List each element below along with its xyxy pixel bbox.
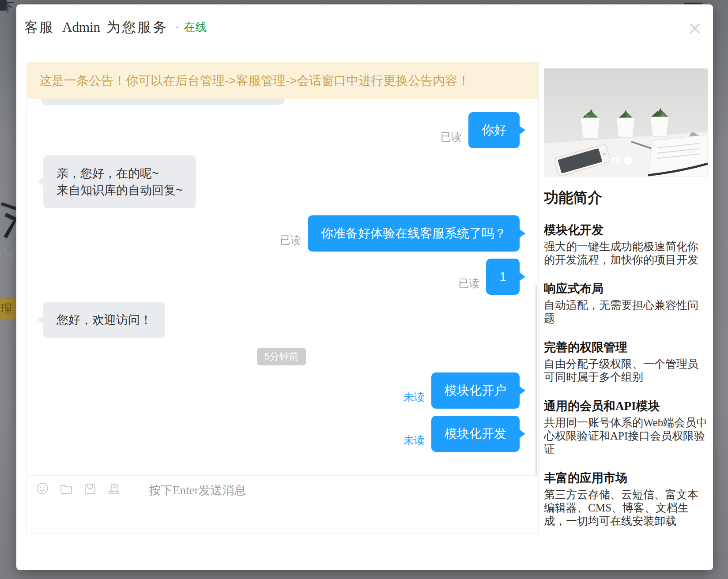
feature-desc: 自由分配子级权限、一个管理员可同时属于多个组别 xyxy=(544,357,708,384)
timestamp-badge: 5分钟前 xyxy=(257,348,306,365)
folder-icon[interactable] xyxy=(60,482,73,495)
separator-dot: · xyxy=(175,22,178,33)
announcement-text: 这是一条公告！你可以在后台管理->客服管理->会话窗口中进行更换公告内容！ xyxy=(39,72,470,89)
feature-title: 丰富的应用市场 xyxy=(544,470,708,486)
outgoing-bubble: 你准备好体验在线客服系统了吗？ xyxy=(308,215,520,252)
read-status: 已读 xyxy=(441,130,462,144)
feature-title: 响应式布局 xyxy=(544,281,708,297)
message-row: 已读 1 xyxy=(43,259,520,295)
agent-name: Admin xyxy=(62,19,100,35)
emoji-icon[interactable] xyxy=(36,482,49,495)
close-icon[interactable]: × xyxy=(688,17,702,40)
outgoing-bubble: 模块化开发 xyxy=(431,416,520,452)
dialog-header: 客服 Admin 为您服务 · 在线 xyxy=(16,4,713,50)
read-status: 已读 xyxy=(458,276,479,290)
carousel-dots xyxy=(612,156,637,165)
feature-item: 通用的会员和API模块 共用同一账号体系的Web端会员中心权限验证和API接口会… xyxy=(544,398,708,456)
carousel-dot[interactable] xyxy=(612,157,619,164)
feature-item: 丰富的应用市场 第三方云存储、云短信、富文本编辑器、CMS、博客、文档生成，一切… xyxy=(544,470,708,528)
feature-desc: 第三方云存储、云短信、富文本编辑器、CMS、博客、文档生成，一切均可在线安装卸载 xyxy=(544,488,708,528)
feature-title: 完善的权限管理 xyxy=(544,339,708,355)
outgoing-bubble: 模块化开户 xyxy=(431,372,520,409)
carousel-dot-active[interactable] xyxy=(624,156,633,165)
unread-status: 未读 xyxy=(404,433,425,447)
incoming-bubble: 您好，欢迎访问！ xyxy=(43,302,165,338)
incoming-bubble: 亲，您好，在的呢~ 来自知识库的自动回复~ xyxy=(43,155,196,208)
sidebar-heading: 功能简介 xyxy=(544,188,708,208)
message-row: 未读 模块化开户 xyxy=(43,372,520,409)
service-suffix: 为您服务 xyxy=(106,18,168,37)
bag-icon[interactable] xyxy=(83,482,97,495)
online-status-badge: 在线 xyxy=(184,19,207,35)
feature-item: 完善的权限管理 自由分配子级权限、一个管理员可同时属于多个组别 xyxy=(544,339,708,384)
feature-desc: 共用同一账号体系的Web端会员中心权限验证和API接口会员权限验证 xyxy=(544,416,708,456)
outgoing-bubble: 1 xyxy=(486,259,520,295)
dialog-body: 这是一条公告！你可以在后台管理->客服管理->会话窗口中进行更换公告内容！ 已读… xyxy=(26,62,713,570)
message-row: 已读 你准备好体验在线客服系统了吗？ xyxy=(43,215,520,252)
customer-service-dialog: 客服 Admin 为您服务 · 在线 × 这是一条公告！你可以在后台管理->客服… xyxy=(16,4,713,570)
read-status: 已读 xyxy=(280,233,301,247)
time-divider-row: 5分钟前 xyxy=(43,348,520,365)
message-row: 亲，您好，在的呢~ 来自知识库的自动回复~ xyxy=(43,155,520,208)
feature-desc: 自动适配，无需要担心兼容性问题 xyxy=(544,299,708,325)
chat-panel: 这是一条公告！你可以在后台管理->客服管理->会话窗口中进行更换公告内容！ 已读… xyxy=(26,62,539,534)
message-row: 未读 模块化开发 xyxy=(43,416,520,452)
scrolled-message-fragment xyxy=(41,99,285,105)
service-label: 客服 xyxy=(24,18,54,37)
unread-status: 未读 xyxy=(404,390,425,404)
background-text-fragment: 下 xyxy=(2,0,14,15)
background-text-fragment: +W xyxy=(0,246,16,261)
message-row: 您好，欢迎访问！ xyxy=(43,302,520,338)
info-sidebar: 功能简介 模块化开发 强大的一键生成功能极速简化你的开发流程，加快你的项目开发 … xyxy=(544,68,708,528)
carousel xyxy=(544,68,708,177)
feature-title: 模块化开发 xyxy=(544,222,708,238)
background-gold-button-fragment: 理 xyxy=(0,298,15,319)
rate-icon[interactable] xyxy=(107,482,121,495)
notebook xyxy=(648,135,708,177)
feature-title: 通用的会员和API模块 xyxy=(544,398,708,414)
message-composer[interactable]: 按下Enter发送消息 xyxy=(27,475,538,534)
feature-desc: 强大的一键生成功能极速简化你的开发流程，加快你的项目开发 xyxy=(544,240,708,267)
feature-item: 响应式布局 自动适配，无需要担心兼容性问题 xyxy=(544,281,708,325)
feature-item: 模块化开发 强大的一键生成功能极速简化你的开发流程，加快你的项目开发 xyxy=(544,222,708,267)
outgoing-bubble: 你好 xyxy=(468,112,520,148)
message-input[interactable]: 按下Enter发送消息 xyxy=(149,482,246,498)
announcement-bar: 这是一条公告！你可以在后台管理->客服管理->会话窗口中进行更换公告内容！ xyxy=(27,62,538,99)
message-row: 已读 你好 xyxy=(43,112,520,148)
message-list[interactable]: 已读 你好 亲，您好，在的呢~ 来自知识库的自动回复~ 已读 你准备好体验在线客… xyxy=(27,99,538,475)
chat-scrollbar-thumb[interactable] xyxy=(536,285,537,475)
